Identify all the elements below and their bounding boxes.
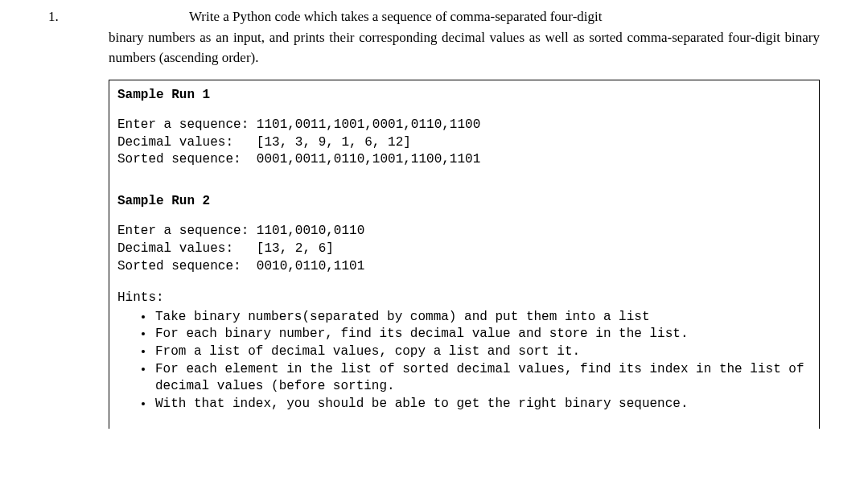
question-container: 1. Write a Python code which takes a seq… [48, 6, 820, 429]
hint-item: For each element in the list of sorted d… [154, 361, 811, 396]
question-text-first-line: Write a Python code which takes a sequen… [109, 6, 820, 27]
question-header: 1. Write a Python code which takes a seq… [48, 6, 820, 27]
hint-item: From a list of decimal values, copy a li… [154, 343, 811, 361]
sample-run-2-title: Sample Run 2 [117, 193, 811, 211]
hints-list: Take binary numbers(separated by comma) … [117, 309, 811, 413]
hint-item: For each binary number, find its decimal… [154, 326, 811, 343]
question-number: 1. [48, 6, 109, 27]
hint-item: Take binary numbers(separated by comma) … [154, 309, 811, 327]
sample2-line1: Enter a sequence: 1101,0010,0110 [117, 223, 811, 240]
sample2-line3: Sorted sequence: 0010,0110,1101 [117, 258, 811, 276]
sample-run-1-title: Sample Run 1 [117, 87, 811, 105]
sample2-line2: Decimal values: [13, 2, 6] [117, 240, 811, 258]
question-text-rest: binary numbers as an input, and prints t… [48, 27, 820, 68]
hint-item: With that index, you should be able to g… [154, 396, 811, 413]
sample1-line1: Enter a sequence: 1101,0011,1001,0001,01… [117, 117, 811, 134]
sample-box: Sample Run 1 Enter a sequence: 1101,0011… [109, 80, 820, 430]
hints-label: Hints: [117, 290, 811, 307]
sample1-line2: Decimal values: [13, 3, 9, 1, 6, 12] [117, 134, 811, 152]
sample1-line3: Sorted sequence: 0001,0011,0110,1001,110… [117, 151, 811, 169]
